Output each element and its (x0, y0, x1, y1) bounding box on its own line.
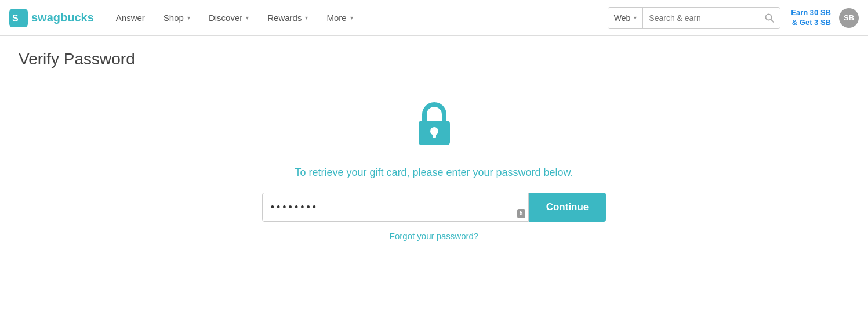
logo-text: swagbucks (31, 11, 94, 24)
page-header: Verify Password (0, 36, 868, 78)
nav-answer-label: Answer (116, 13, 145, 23)
lock-icon (414, 102, 455, 150)
search-web-select[interactable]: Web ▾ (608, 8, 644, 28)
swagbucks-logo-icon: S (9, 9, 28, 27)
nav-rewards-label: Rewards (267, 13, 302, 23)
search-button[interactable] (759, 8, 780, 28)
nav-rewards[interactable]: Rewards ▾ (259, 0, 316, 36)
search-box: Web ▾ (608, 7, 781, 29)
password-input-wrap: 5 (262, 193, 529, 222)
earn-sb-promo[interactable]: Earn 30 SB & Get 3 SB (791, 8, 831, 28)
form-row: 5 Continue (262, 193, 606, 222)
shop-chevron-icon: ▾ (187, 15, 190, 21)
main-content: To retrieve your gift card, please enter… (0, 78, 868, 252)
search-icon (765, 13, 774, 23)
svg-line-3 (771, 19, 774, 22)
nav-more-label: More (326, 13, 346, 23)
page-title: Verify Password (19, 50, 849, 68)
avatar[interactable]: SB (839, 8, 859, 28)
nav-shop-label: Shop (164, 13, 184, 23)
svg-text:S: S (12, 13, 19, 23)
nav-shop[interactable]: Shop ▾ (155, 0, 198, 36)
rewards-chevron-icon: ▾ (305, 15, 308, 21)
lock-svg-icon (414, 102, 455, 148)
search-input[interactable] (643, 8, 759, 28)
earn-line2: & Get 3 SB (792, 18, 831, 28)
nav-more[interactable]: More ▾ (318, 0, 361, 36)
web-chevron-icon: ▾ (634, 15, 637, 21)
more-chevron-icon: ▾ (350, 15, 353, 21)
web-label: Web (614, 13, 631, 23)
svg-rect-6 (433, 133, 436, 138)
password-input[interactable] (262, 193, 529, 222)
discover-chevron-icon: ▾ (246, 15, 249, 21)
forgot-password-link[interactable]: Forgot your password? (390, 231, 478, 241)
nav-discover-label: Discover (209, 13, 242, 23)
earn-line1: Earn 30 SB (791, 8, 831, 18)
logo[interactable]: S swagbucks (9, 9, 94, 27)
verify-message: To retrieve your gift card, please enter… (295, 167, 573, 179)
password-badge: 5 (517, 209, 525, 218)
continue-button[interactable]: Continue (529, 193, 606, 222)
nav-discover[interactable]: Discover ▾ (201, 0, 257, 36)
navbar: S swagbucks Answer Shop ▾ Discover ▾ Rew… (0, 0, 868, 36)
nav-answer[interactable]: Answer (108, 0, 153, 36)
avatar-label: SB (844, 13, 854, 22)
